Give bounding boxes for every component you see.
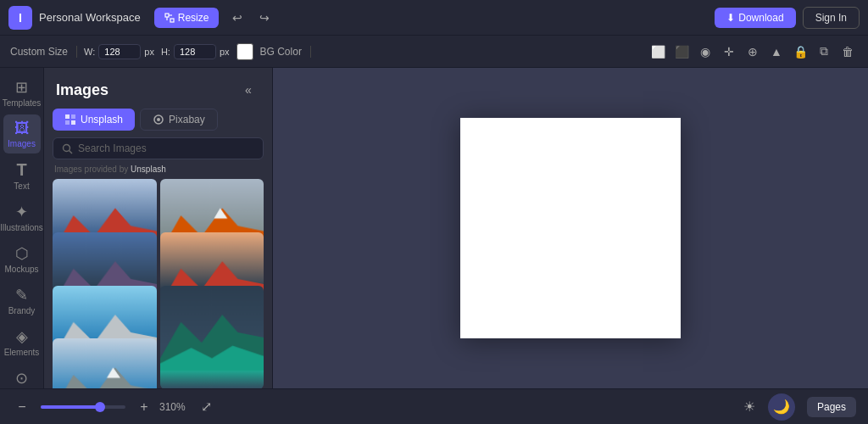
lock-tool[interactable]: 🔒 bbox=[790, 42, 810, 62]
zoom-in-button[interactable]: + bbox=[134, 397, 154, 417]
undo-button[interactable]: ↩ bbox=[225, 6, 249, 30]
align-tool-1[interactable]: ⬜ bbox=[648, 42, 668, 62]
zoom-value: 310% bbox=[159, 401, 189, 413]
redo-button[interactable]: ↪ bbox=[253, 6, 276, 30]
svg-rect-7 bbox=[71, 120, 75, 125]
sidebar-item-templates[interactable]: ⊞ Templates bbox=[3, 73, 41, 113]
sidebar-item-elements[interactable]: ◈ Elements bbox=[3, 322, 41, 362]
svg-line-11 bbox=[70, 150, 73, 153]
signin-button[interactable]: Sign In bbox=[803, 7, 860, 29]
images-panel: Images « Unsplash Pixabay Images provide… bbox=[44, 68, 273, 388]
brandy-icon: ✎ bbox=[15, 286, 28, 304]
list-item[interactable] bbox=[53, 338, 157, 388]
bottombar: − + 310% ⤢ ☀ 🌙 Pages bbox=[0, 388, 868, 424]
width-input[interactable] bbox=[98, 44, 141, 59]
tab-pixabay[interactable]: Pixabay bbox=[140, 109, 218, 131]
templates-icon: ⊞ bbox=[15, 78, 28, 97]
position-tool[interactable]: ✛ bbox=[719, 42, 739, 62]
sidebar-item-text[interactable]: T Text bbox=[3, 155, 41, 196]
height-field: H: px bbox=[161, 44, 230, 59]
main-layout: ⊞ Templates 🖼 Images T Text ✦ Illustrati… bbox=[0, 68, 868, 388]
unsplash-icon bbox=[64, 114, 76, 126]
copy-tool[interactable]: ⧉ bbox=[814, 42, 834, 62]
canvas-area bbox=[273, 68, 868, 388]
elements-icon: ◈ bbox=[16, 327, 28, 346]
logo-button[interactable]: I bbox=[8, 6, 32, 30]
size-label: Custom Size bbox=[10, 46, 77, 58]
sidebar-item-brandy[interactable]: ✎ Brandy bbox=[3, 281, 41, 321]
collapse-button[interactable]: « bbox=[236, 78, 260, 102]
bg-color-label: BG Color bbox=[260, 46, 311, 58]
icons-icon: ⊙ bbox=[15, 369, 28, 388]
svg-rect-4 bbox=[65, 114, 70, 119]
bg-color-swatch[interactable] bbox=[236, 43, 253, 60]
sun-icon-button[interactable]: ☀ bbox=[736, 393, 763, 421]
svg-rect-6 bbox=[65, 120, 70, 125]
topbar: I Personal Workspace Resize ↩ ↪ ⬇ Downlo… bbox=[0, 0, 868, 36]
panel-tabs: Unsplash Pixabay bbox=[44, 109, 272, 137]
image-grid bbox=[44, 179, 272, 388]
workspace-label: Personal Workspace bbox=[39, 11, 141, 24]
height-input[interactable] bbox=[174, 44, 216, 59]
provider-label: Images provided by Unsplash bbox=[44, 165, 272, 179]
panel-header: Images « bbox=[44, 68, 272, 109]
zoom-slider[interactable] bbox=[41, 405, 125, 409]
sidebar-item-icons[interactable]: ⊙ Icons bbox=[3, 364, 41, 388]
resize-button[interactable]: Resize bbox=[154, 8, 220, 28]
toolbar: Custom Size W: px H: px BG Color ⬜ ⬛ ◉ ✛… bbox=[0, 36, 868, 68]
alignment-tools: ⬜ ⬛ ◉ ✛ ⊕ ▲ 🔒 ⧉ 🗑 bbox=[648, 42, 858, 62]
undo-redo-group: ↩ ↪ bbox=[225, 6, 276, 30]
list-item[interactable] bbox=[160, 286, 264, 389]
sidebar-item-mockups[interactable]: ⬡ Mockups bbox=[3, 239, 41, 279]
images-icon: 🖼 bbox=[14, 120, 30, 137]
sidebar-item-images[interactable]: 🖼 Images bbox=[3, 114, 41, 153]
text-icon: T bbox=[16, 160, 26, 180]
sidebar-icons: ⊞ Templates 🖼 Images T Text ✦ Illustrati… bbox=[0, 68, 44, 388]
search-box bbox=[53, 137, 264, 159]
search-icon bbox=[62, 143, 73, 154]
align-tool-2[interactable]: ⬛ bbox=[671, 42, 692, 62]
zoom-slider-fill bbox=[41, 405, 100, 409]
zoom-handle[interactable] bbox=[95, 402, 105, 412]
svg-rect-1 bbox=[170, 19, 174, 22]
canvas-document[interactable] bbox=[460, 118, 681, 338]
pixabay-icon bbox=[153, 114, 164, 126]
moon-icon-button[interactable]: 🌙 bbox=[768, 393, 795, 421]
stack-tool[interactable]: ⊕ bbox=[743, 42, 763, 62]
delete-tool[interactable]: 🗑 bbox=[837, 42, 858, 62]
download-button[interactable]: ⬇ Download bbox=[715, 8, 795, 28]
width-field: W: px bbox=[84, 44, 154, 59]
fit-screen-button[interactable]: ⤢ bbox=[194, 395, 218, 419]
panel-title: Images bbox=[56, 81, 108, 99]
search-input[interactable] bbox=[78, 142, 254, 154]
flip-tool[interactable]: ▲ bbox=[766, 42, 787, 62]
svg-rect-0 bbox=[165, 14, 169, 17]
illustrations-icon: ✦ bbox=[15, 203, 28, 221]
svg-point-10 bbox=[64, 144, 70, 151]
sidebar-item-illustrations[interactable]: ✦ Illustrations bbox=[3, 198, 41, 237]
tab-unsplash[interactable]: Unsplash bbox=[53, 109, 135, 131]
pages-button[interactable]: Pages bbox=[807, 397, 856, 417]
svg-rect-5 bbox=[71, 114, 75, 119]
resize-icon bbox=[164, 13, 175, 23]
zoom-out-button[interactable]: − bbox=[12, 397, 32, 417]
download-icon: ⬇ bbox=[726, 12, 735, 24]
svg-point-9 bbox=[157, 118, 160, 121]
mockups-icon: ⬡ bbox=[15, 244, 29, 263]
layer-tool[interactable]: ◉ bbox=[695, 42, 715, 62]
